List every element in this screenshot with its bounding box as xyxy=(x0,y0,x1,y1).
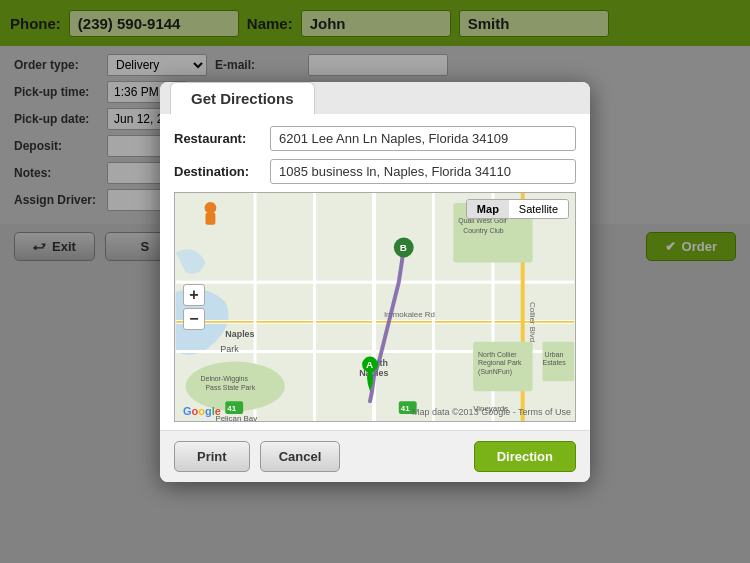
modal-title: Get Directions xyxy=(170,82,315,114)
print-button[interactable]: Print xyxy=(174,441,250,472)
svg-text:Country Club: Country Club xyxy=(463,226,504,234)
zoom-in-button[interactable]: + xyxy=(183,284,205,306)
destination-input[interactable] xyxy=(270,159,576,184)
zoom-out-button[interactable]: − xyxy=(183,308,205,330)
satellite-button[interactable]: Satellite xyxy=(509,200,568,218)
svg-text:Naples: Naples xyxy=(225,328,254,338)
svg-text:Collier Blvd: Collier Blvd xyxy=(528,302,537,342)
map-toggle[interactable]: Map Satellite xyxy=(466,199,569,219)
destination-row: Destination: xyxy=(174,159,576,184)
svg-text:Park: Park xyxy=(220,343,239,353)
svg-point-36 xyxy=(204,201,216,213)
svg-text:Urban: Urban xyxy=(545,350,564,357)
google-g2: g xyxy=(205,405,212,417)
map-copyright: Map data ©2013 Google - Terms of Use xyxy=(412,407,571,417)
map-button[interactable]: Map xyxy=(467,200,509,218)
svg-text:Pelican Bay: Pelican Bay xyxy=(215,414,257,421)
get-directions-modal: Get Directions Restaurant: Destination: xyxy=(160,82,590,482)
svg-text:Estates: Estates xyxy=(543,359,567,366)
svg-text:Pass State Park: Pass State Park xyxy=(205,384,255,391)
zoom-controls: + − xyxy=(183,284,205,330)
svg-text:41: 41 xyxy=(401,404,410,413)
modal-footer: Print Cancel Direction xyxy=(160,430,590,482)
modal-header: Get Directions xyxy=(160,82,590,114)
restaurant-input[interactable] xyxy=(270,126,576,151)
restaurant-row: Restaurant: xyxy=(174,126,576,151)
modal-overlay: Get Directions Restaurant: Destination: xyxy=(0,0,750,563)
svg-text:A: A xyxy=(366,359,373,370)
svg-text:Delnor-Wiggins: Delnor-Wiggins xyxy=(201,375,249,383)
cancel-button[interactable]: Cancel xyxy=(260,441,341,472)
svg-text:(SunNFun): (SunNFun) xyxy=(478,368,512,376)
restaurant-label: Restaurant: xyxy=(174,131,264,146)
svg-rect-37 xyxy=(205,212,215,224)
google-logo: Google xyxy=(183,405,221,417)
google-e: e xyxy=(215,405,221,417)
svg-text:North Collier: North Collier xyxy=(478,350,517,357)
map-area[interactable]: Immokalee Rd Collier Blvd Quail West Gol… xyxy=(174,192,576,422)
svg-text:Regional Park: Regional Park xyxy=(478,359,522,367)
google-g: G xyxy=(183,405,192,417)
destination-label: Destination: xyxy=(174,164,264,179)
svg-text:41: 41 xyxy=(227,404,236,413)
direction-button[interactable]: Direction xyxy=(474,441,576,472)
svg-text:B: B xyxy=(400,242,407,253)
modal-body: Restaurant: Destination: xyxy=(160,114,590,184)
